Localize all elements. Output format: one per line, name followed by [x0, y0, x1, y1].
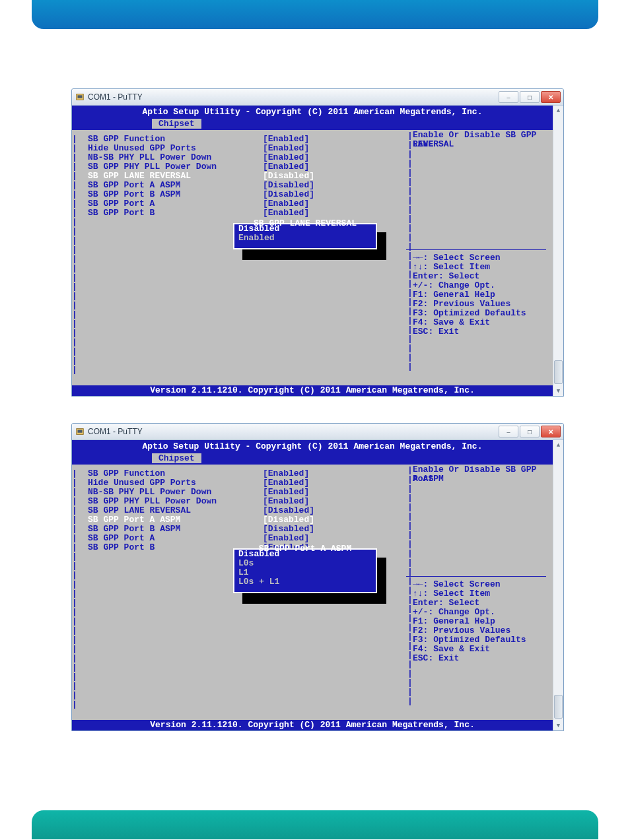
bios-keymap-item: ESC: Exit	[413, 327, 553, 337]
bios-setting-row[interactable]: |SB GPP Port B[Enabled]	[72, 209, 401, 218]
bios-popup-option[interactable]: L0s	[234, 559, 376, 568]
setting-value: [Enabled]	[263, 162, 395, 172]
setting-value: [Enabled]	[263, 534, 395, 543]
bios-tab-chipset[interactable]: Chipset	[151, 118, 202, 129]
setting-label: SB GPP Port B	[77, 209, 263, 218]
setting-label: SB GPP Port A ASPM	[77, 515, 263, 525]
bios-setting-row[interactable]: |SB GPP Port B ASPM[Disabled]	[72, 190, 401, 199]
bios-setting-row[interactable]: |SB GPP Port A ASPM[Disabled]	[72, 515, 401, 525]
bios-setting-row[interactable]: |SB GPP Port A[Enabled]	[72, 534, 401, 543]
bios-popup-option[interactable]: Enabled	[234, 234, 376, 243]
setting-value: [Enabled]	[263, 153, 395, 162]
bios-popup-option[interactable]: L1	[234, 568, 376, 577]
setting-value: [Enabled]	[263, 488, 395, 497]
setting-label: SB GPP Function	[77, 469, 263, 478]
setting-label: SB GPP Port B ASPM	[77, 525, 263, 534]
bios-setting-row[interactable]: |NB-SB PHY PLL Power Down[Enabled]	[72, 488, 401, 497]
setting-value: [Enabled]	[263, 135, 395, 144]
bios-tabrow: Chipset	[72, 117, 553, 130]
bios-separator	[406, 576, 546, 577]
bios-setting-row[interactable]: |SB GPP PHY PLL Power Down[Enabled]	[72, 162, 401, 172]
setting-label: SB GPP Function	[77, 135, 263, 144]
bios-keymap-item: →←: Select Screen	[413, 253, 553, 263]
scroll-up-icon[interactable]: ▲	[553, 440, 563, 450]
setting-label: SB GPP Port B ASPM	[77, 190, 263, 199]
bios-header: Aptio Setup Utility - Copyright (C) 2011…	[72, 106, 553, 117]
setting-label: Hide Unused GPP Ports	[77, 144, 263, 153]
setting-label: Hide Unused GPP Ports	[77, 478, 263, 488]
bios-setting-row[interactable]: |SB GPP Function[Enabled]	[72, 135, 401, 144]
bios-setting-row[interactable]: |Hide Unused GPP Ports[Enabled]	[72, 144, 401, 153]
scroll-down-icon[interactable]: ▼	[553, 386, 563, 396]
putty-icon	[75, 426, 85, 437]
bios-setting-row[interactable]: |SB GPP LANE REVERSAL[Disabled]	[72, 506, 401, 515]
bios-keymap-item: ESC: Exit	[413, 654, 553, 663]
setting-value: [Enabled]	[263, 199, 395, 209]
putty-icon	[75, 92, 85, 102]
bios-footer: Version 2.11.1210. Copyright (C) 2011 Am…	[72, 720, 553, 730]
putty-titlebar[interactable]: COM1 - PuTTY – □ ✕	[72, 89, 563, 106]
setting-value: [Disabled]	[263, 190, 395, 199]
putty-window-title: COM1 - PuTTY	[88, 427, 499, 436]
setting-value: [Disabled]	[263, 506, 395, 515]
setting-label: SB GPP PHY PLL Power Down	[77, 497, 263, 506]
bios-keymap-item: F2: Previous Values	[413, 626, 553, 635]
bios-setting-row[interactable]: |SB GPP Function[Enabled]	[72, 469, 401, 478]
setting-value: [Enabled]	[263, 497, 395, 506]
window-close-button[interactable]: ✕	[541, 426, 561, 437]
terminal-scrollbar[interactable]: ▲ ▼	[553, 440, 563, 730]
terminal-scrollbar[interactable]: ▲ ▼	[553, 106, 563, 396]
putty-titlebar[interactable]: COM1 - PuTTY – □ ✕	[72, 424, 563, 440]
bios-setting-row[interactable]: |SB GPP Port A ASPM[Disabled]	[72, 181, 401, 190]
setting-label: SB GPP PHY PLL Power Down	[77, 162, 263, 172]
setting-value: [Enabled]	[263, 469, 395, 478]
putty-window: COM1 - PuTTY – □ ✕ Aptio Setup Utility -…	[71, 423, 564, 731]
bottom-banner	[32, 810, 598, 839]
setting-value: [Disabled]	[263, 515, 395, 525]
setting-label: SB GPP LANE REVERSAL	[77, 506, 263, 515]
bios-popup: SB GPP Port A ASPM DisabledL0sL1L0s + L1	[233, 548, 377, 593]
bios-setting-row[interactable]: |SB GPP Port A[Enabled]	[72, 199, 401, 209]
scroll-up-icon[interactable]: ▲	[553, 106, 563, 115]
bios-keymap-item: ↑↓: Select Item	[413, 589, 553, 598]
window-minimize-button[interactable]: –	[499, 426, 518, 437]
window-minimize-button[interactable]: –	[499, 91, 518, 103]
bios-popup-option[interactable]: L0s + L1	[234, 577, 376, 587]
bios-keymap-item: Enter: Select	[413, 272, 553, 281]
bios-tabrow: Chipset	[72, 451, 553, 465]
bios-header: Aptio Setup Utility - Copyright (C) 2011…	[72, 440, 553, 451]
svg-rect-3	[78, 430, 83, 432]
bios-keymap-item: +/-: Change Opt.	[413, 608, 553, 617]
bios-keymap-item: F4: Save & Exit	[413, 645, 553, 654]
setting-label: SB GPP LANE REVERSAL	[77, 172, 263, 181]
bios-tab-chipset[interactable]: Chipset	[151, 453, 202, 463]
setting-value: [Enabled]	[263, 144, 395, 153]
bios-popup-title: SB GPP LANE REVERSAL	[241, 218, 369, 228]
bios-setting-row[interactable]: |SB GPP LANE REVERSAL[Disabled]	[72, 172, 401, 181]
putty-window-title: COM1 - PuTTY	[88, 92, 499, 102]
bios-setting-row[interactable]: |SB GPP Port B ASPM[Disabled]	[72, 525, 401, 534]
bios-setting-row[interactable]: |NB-SB PHY PLL Power Down[Enabled]	[72, 153, 401, 162]
window-maximize-button[interactable]: □	[520, 91, 540, 103]
window-maximize-button[interactable]: □	[520, 426, 540, 437]
window-close-button[interactable]: ✕	[541, 91, 561, 103]
terminal-area[interactable]: Aptio Setup Utility - Copyright (C) 2011…	[72, 106, 563, 396]
bios-keymap-item: F4: Save & Exit	[413, 318, 553, 327]
bios-keymap-item: F3: Optimized Defaults	[413, 309, 553, 318]
setting-value: [Enabled]	[263, 478, 395, 488]
bios-footer: Version 2.11.1210. Copyright (C) 2011 Am…	[72, 385, 553, 396]
scroll-thumb[interactable]	[554, 695, 563, 719]
bios-keymap-item: F2: Previous Values	[413, 300, 553, 309]
terminal-area[interactable]: Aptio Setup Utility - Copyright (C) 2011…	[72, 440, 563, 730]
bios-setting-row[interactable]: |SB GPP PHY PLL Power Down[Enabled]	[72, 497, 401, 506]
scroll-down-icon[interactable]: ▼	[553, 721, 563, 730]
bios-separator	[406, 249, 546, 250]
bios-keymap-item: F1: General Help	[413, 290, 553, 300]
setting-label: SB GPP Port A	[77, 534, 263, 543]
setting-label: NB-SB PHY PLL Power Down	[77, 488, 263, 497]
bios-setting-row[interactable]: |Hide Unused GPP Ports[Enabled]	[72, 478, 401, 488]
bios-keymap-item: ↑↓: Select Item	[413, 263, 553, 272]
scroll-thumb[interactable]	[554, 360, 563, 384]
bios-keymap-item: F3: Optimized Defaults	[413, 635, 553, 645]
setting-value: [Disabled]	[263, 181, 395, 190]
